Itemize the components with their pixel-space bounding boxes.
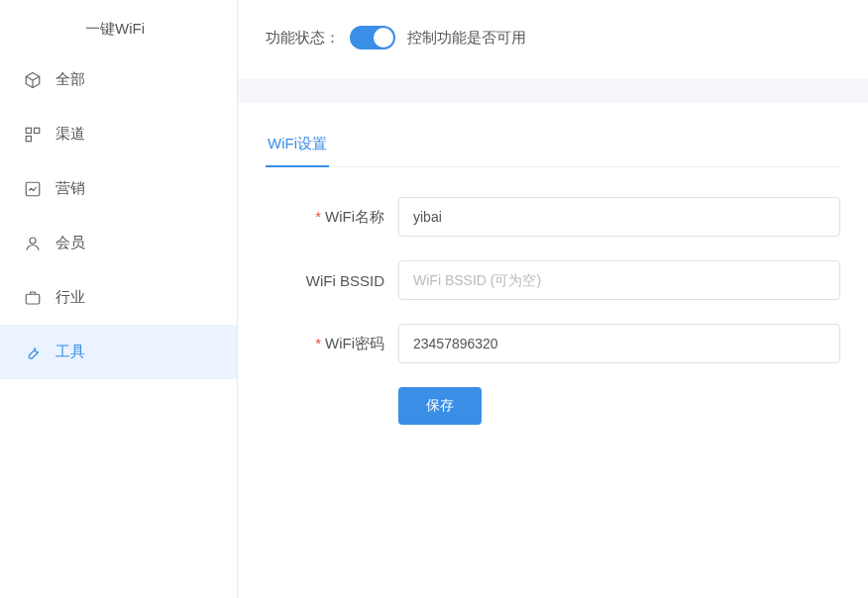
form-row-wifi-name: *WiFi名称 xyxy=(266,197,840,237)
cube-icon xyxy=(24,71,42,89)
wifi-name-label: *WiFi名称 xyxy=(266,208,384,227)
sidebar-item-label: 全部 xyxy=(55,70,85,89)
function-status-section: 功能状态： 控制功能是否可用 xyxy=(238,0,868,79)
sidebar-item-label: 会员 xyxy=(55,234,85,252)
main-content: 功能状态： 控制功能是否可用 WiFi设置 *WiFi名称 WiFi BSSID xyxy=(238,0,868,598)
function-status-desc: 控制功能是否可用 xyxy=(407,29,526,48)
svg-rect-2 xyxy=(26,136,31,141)
form-row-bssid: WiFi BSSID xyxy=(266,260,840,300)
function-status-label: 功能状态： xyxy=(266,29,340,48)
sidebar: 一键WiFi 全部 渠道 营销 会员 行业 工具 xyxy=(0,0,238,598)
svg-rect-1 xyxy=(35,128,40,133)
wrench-icon xyxy=(24,344,42,361)
bssid-label: WiFi BSSID xyxy=(266,272,384,289)
sidebar-item-channel[interactable]: 渠道 xyxy=(0,107,237,161)
svg-point-4 xyxy=(30,238,36,244)
sidebar-item-label: 行业 xyxy=(55,288,85,307)
svg-rect-5 xyxy=(26,294,40,304)
sidebar-item-label: 工具 xyxy=(55,343,85,361)
blocks-icon xyxy=(24,126,42,144)
sidebar-item-all[interactable]: 全部 xyxy=(0,52,237,107)
chart-icon xyxy=(24,180,42,198)
briefcase-icon xyxy=(24,289,42,307)
wifi-name-input[interactable] xyxy=(398,197,840,237)
bssid-input[interactable] xyxy=(398,260,840,300)
sidebar-item-label: 营销 xyxy=(55,179,85,198)
sidebar-item-label: 渠道 xyxy=(55,125,85,144)
password-label: *WiFi密码 xyxy=(266,335,384,353)
function-toggle[interactable] xyxy=(350,26,395,50)
tab-row: WiFi设置 xyxy=(266,129,840,167)
sidebar-item-industry[interactable]: 行业 xyxy=(0,270,237,325)
save-button[interactable]: 保存 xyxy=(398,387,482,425)
password-input[interactable] xyxy=(398,324,840,363)
sidebar-item-marketing[interactable]: 营销 xyxy=(0,161,237,216)
form-row-password: *WiFi密码 xyxy=(266,324,840,363)
user-icon xyxy=(24,235,42,252)
sidebar-sub-wifi[interactable]: 一键WiFi xyxy=(0,8,237,52)
sidebar-item-member[interactable]: 会员 xyxy=(0,216,237,270)
svg-rect-0 xyxy=(26,128,31,133)
sidebar-item-tools[interactable]: 工具 xyxy=(0,325,237,379)
tab-wifi-settings[interactable]: WiFi设置 xyxy=(266,129,329,167)
wifi-settings-card: WiFi设置 *WiFi名称 WiFi BSSID *WiFi密码 xyxy=(238,103,868,598)
